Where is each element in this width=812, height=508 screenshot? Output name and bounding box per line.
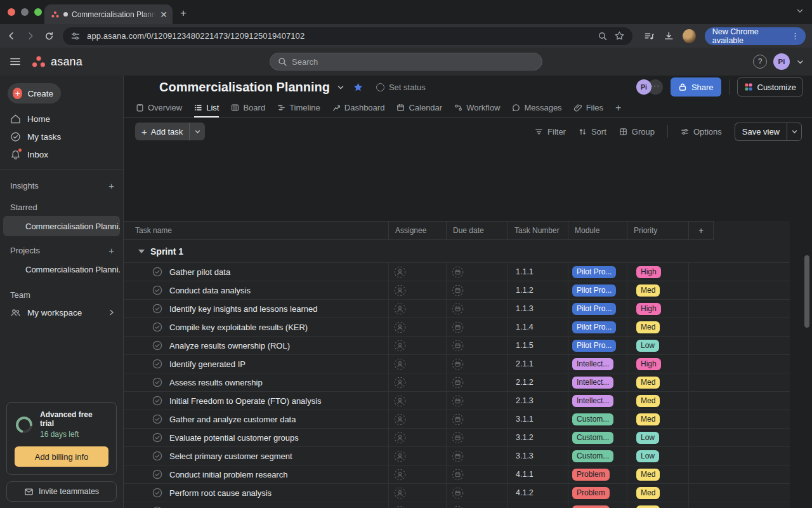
add-task-dropdown[interactable] <box>189 123 205 140</box>
zoom-page-icon[interactable] <box>598 31 608 41</box>
media-controls-icon[interactable] <box>644 30 655 42</box>
sidebar-item-my-tasks[interactable]: My tasks <box>0 128 123 145</box>
due-date-cell[interactable] <box>446 281 508 299</box>
due-date-cell[interactable] <box>446 337 508 354</box>
task-name[interactable]: Analyze results ownership (ROL) <box>169 341 290 351</box>
assignee-cell[interactable] <box>388 337 446 354</box>
priority-badge[interactable]: Med <box>636 487 660 499</box>
chrome-update-pill[interactable]: New Chrome available ⋮ <box>705 27 806 45</box>
task-name[interactable]: Conduct data analysis <box>169 286 251 295</box>
module-cell[interactable]: Pilot Pro... <box>568 300 627 318</box>
column-assignee[interactable]: Assignee <box>388 222 446 239</box>
back-icon[interactable] <box>6 30 16 41</box>
task-check-icon[interactable] <box>152 488 162 498</box>
module-cell[interactable]: Pilot Pro... <box>568 337 627 354</box>
tab-files[interactable]: Files <box>574 99 603 117</box>
priority-cell[interactable]: Med <box>627 410 688 428</box>
module-badge[interactable]: Problem <box>572 487 610 499</box>
due-date-cell[interactable] <box>446 300 508 318</box>
project-item[interactable]: Commercialisation Planni... <box>3 259 120 279</box>
task-number[interactable]: 1.1.3 <box>508 300 568 318</box>
tab-board[interactable]: Board <box>231 99 265 117</box>
task-check-icon[interactable] <box>152 304 162 314</box>
table-row[interactable]: Gather and analyze customer data 3.1.1 C… <box>124 410 790 428</box>
collapse-triangle-icon[interactable] <box>138 250 145 253</box>
priority-cell[interactable]: Med <box>627 502 688 508</box>
downloads-icon[interactable] <box>664 30 674 42</box>
priority-cell[interactable]: Med <box>627 484 688 502</box>
forward-icon[interactable] <box>25 30 36 41</box>
module-cell[interactable]: Problem <box>568 465 627 483</box>
task-check-icon[interactable] <box>152 469 162 479</box>
module-badge[interactable]: Intellect... <box>572 358 613 370</box>
due-date-cell[interactable] <box>446 484 508 502</box>
module-cell[interactable]: Pilot Pro... <box>568 263 627 281</box>
save-view-label[interactable]: Save view <box>735 123 787 141</box>
due-date-cell[interactable] <box>446 373 508 391</box>
priority-cell[interactable]: Med <box>627 318 688 336</box>
assignee-cell[interactable] <box>388 410 446 428</box>
priority-badge[interactable]: Med <box>636 505 660 508</box>
sidebar-item-inbox[interactable]: Inbox <box>0 145 123 163</box>
task-check-icon[interactable] <box>152 451 162 461</box>
sidebar-item-home[interactable]: Home <box>0 110 123 128</box>
assignee-cell[interactable] <box>388 373 446 391</box>
task-number[interactable]: 3.1.1 <box>508 410 568 428</box>
module-badge[interactable]: Pilot Pro... <box>572 340 616 352</box>
priority-cell[interactable]: Low <box>627 429 688 446</box>
sidebar-item-workspace[interactable]: My workspace <box>0 304 123 321</box>
bookmark-star-icon[interactable] <box>614 30 625 41</box>
module-badge[interactable]: Problem <box>572 505 610 508</box>
task-name[interactable]: Select primary customer segment <box>169 451 292 461</box>
module-cell[interactable]: Intellect... <box>568 355 627 373</box>
module-badge[interactable]: Pilot Pro... <box>572 266 616 278</box>
table-row[interactable]: Evaluate potential customer groups 3.1.2… <box>124 428 790 446</box>
save-view-button[interactable]: Save view <box>735 123 802 141</box>
table-row[interactable]: Gather pilot data 1.1.1 Pilot Pro... Hig… <box>124 262 790 281</box>
table-row[interactable]: Compile key exploitable results (KER) 1.… <box>124 318 790 336</box>
search-input[interactable]: Search <box>270 53 542 70</box>
project-menu-chevron-icon[interactable] <box>336 83 345 92</box>
priority-badge[interactable]: Med <box>636 321 660 333</box>
table-row[interactable]: Initial Freedom to Operate (FTO) analysi… <box>124 391 790 410</box>
module-cell[interactable]: Pilot Pro... <box>568 318 627 336</box>
due-date-cell[interactable] <box>446 465 508 483</box>
task-number[interactable]: 2.1.3 <box>508 392 568 410</box>
priority-cell[interactable]: High <box>627 263 688 281</box>
module-cell[interactable]: Custom... <box>568 410 627 428</box>
new-tab-button[interactable]: + <box>180 7 187 20</box>
module-badge[interactable]: Custom... <box>572 432 613 444</box>
add-column-button[interactable]: + <box>688 222 714 239</box>
assignee-cell[interactable] <box>388 502 446 508</box>
vertical-scrollbar[interactable] <box>804 255 809 328</box>
priority-badge[interactable]: Low <box>636 432 659 444</box>
table-row[interactable]: Identify key insights and lessons learne… <box>124 299 790 318</box>
due-date-cell[interactable] <box>446 318 508 336</box>
task-number[interactable]: 1.1.1 <box>508 263 568 281</box>
project-icon[interactable] <box>135 79 152 96</box>
tab-list[interactable]: List <box>194 99 219 117</box>
priority-badge[interactable]: Low <box>636 450 659 462</box>
module-cell[interactable]: Problem <box>568 484 627 502</box>
invite-teammates-button[interactable]: Invite teammates <box>6 481 117 502</box>
add-view-button[interactable]: + <box>615 99 621 114</box>
save-view-dropdown[interactable] <box>787 123 802 141</box>
chevron-right-icon[interactable] <box>108 309 115 316</box>
set-status-button[interactable]: Set status <box>376 83 426 92</box>
priority-cell[interactable]: Low <box>627 337 688 354</box>
task-number[interactable]: 3.1.2 <box>508 429 568 446</box>
assignee-cell[interactable] <box>388 300 446 318</box>
minimize-window-button[interactable] <box>21 8 29 16</box>
task-number[interactable]: 1.1.2 <box>508 281 568 299</box>
task-number[interactable]: 2.1.2 <box>508 373 568 391</box>
task-check-icon[interactable] <box>152 340 162 351</box>
filter-button[interactable]: Filter <box>535 127 566 137</box>
assignee-cell[interactable] <box>388 484 446 502</box>
browser-menu-icon[interactable]: ⋮ <box>789 32 802 40</box>
tab-overview[interactable]: Overview <box>136 99 182 117</box>
task-name[interactable]: Gather pilot data <box>169 267 230 277</box>
reload-icon[interactable] <box>44 31 54 41</box>
sidebar-section-insights[interactable]: Insights + <box>0 177 123 194</box>
tab-workflow[interactable]: Workflow <box>454 99 500 117</box>
site-settings-icon[interactable] <box>70 31 81 41</box>
